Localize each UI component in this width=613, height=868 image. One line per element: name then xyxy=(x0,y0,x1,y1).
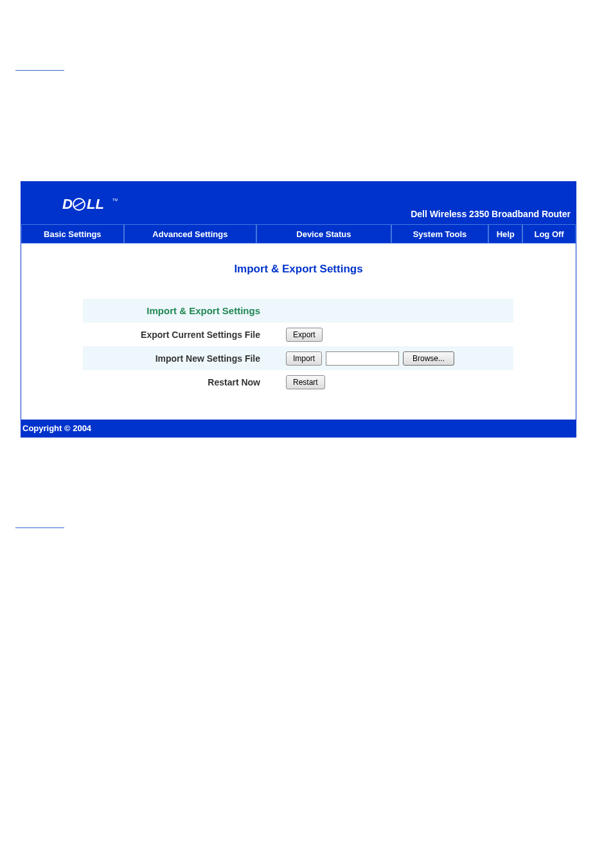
svg-text:TM: TM xyxy=(112,198,118,202)
svg-line-2 xyxy=(75,202,84,207)
export-label: Export Current Settings File xyxy=(141,330,260,340)
router-panel: D LL TM Dell Wireless 2350 Broadband Rou… xyxy=(21,181,576,438)
content-area: Import & Export Settings Import & Export… xyxy=(21,244,576,420)
import-row: Import New Settings File Import Browse..… xyxy=(83,346,513,370)
copyright-text: Copyright © 2004 xyxy=(22,423,91,433)
page-title: Import & Export Settings xyxy=(21,263,576,276)
import-label: Import New Settings File xyxy=(155,353,260,364)
section-header: Import & Export Settings xyxy=(147,305,260,316)
svg-text:D: D xyxy=(62,197,73,212)
browse-button[interactable]: Browse... xyxy=(403,351,454,366)
export-row: Export Current Settings File Export xyxy=(83,323,513,346)
header-bar: D LL TM Dell Wireless 2350 Broadband Rou… xyxy=(21,182,576,224)
nav-device-status[interactable]: Device Status xyxy=(256,224,391,244)
top-link-underline xyxy=(15,69,64,71)
svg-text:LL: LL xyxy=(87,197,104,212)
restart-button[interactable]: Restart xyxy=(286,375,325,389)
import-file-input[interactable] xyxy=(326,351,399,366)
nav-advanced-settings[interactable]: Advanced Settings xyxy=(124,224,257,244)
nav-help[interactable]: Help xyxy=(488,224,522,244)
nav-basic-settings[interactable]: Basic Settings xyxy=(21,224,124,244)
import-button[interactable]: Import xyxy=(286,351,322,366)
nav-system-tools[interactable]: System Tools xyxy=(391,224,489,244)
nav-log-off[interactable]: Log Off xyxy=(522,224,576,244)
product-name: Dell Wireless 2350 Broadband Router xyxy=(411,209,571,219)
export-button[interactable]: Export xyxy=(286,328,323,342)
section-header-row: Import & Export Settings xyxy=(83,299,513,323)
navigation-bar: Basic Settings Advanced Settings Device … xyxy=(21,224,576,244)
dell-logo: D LL TM xyxy=(62,197,118,215)
footer-bar: Copyright © 2004 xyxy=(21,420,576,437)
settings-table: Import & Export Settings Export Current … xyxy=(83,299,513,394)
restart-row: Restart Now Restart xyxy=(83,370,513,394)
restart-label: Restart Now xyxy=(208,377,260,387)
